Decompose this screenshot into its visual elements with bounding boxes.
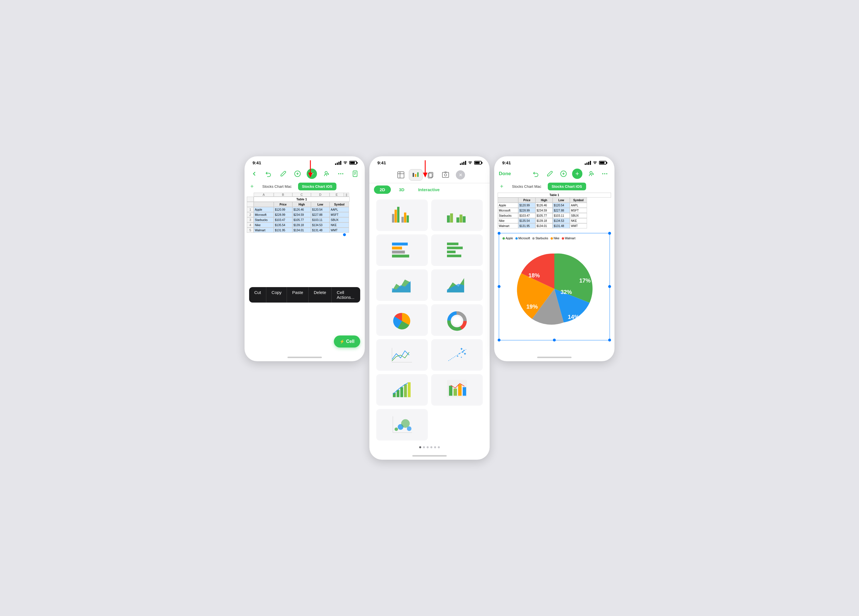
- doc-button-1[interactable]: [350, 168, 360, 179]
- paste-button[interactable]: Paste: [287, 287, 308, 303]
- cell-header-price[interactable]: Price: [274, 202, 292, 207]
- cell-5-4[interactable]: WMT: [330, 228, 349, 233]
- cell-fab-button[interactable]: ⚡ Cell: [334, 335, 360, 348]
- cell-3-2[interactable]: $105.77: [292, 217, 311, 222]
- brush-button-3[interactable]: [545, 168, 555, 179]
- brush-button-1[interactable]: [278, 168, 288, 179]
- chart-bar-line[interactable]: [431, 374, 483, 405]
- add-button-1[interactable]: +: [307, 168, 317, 179]
- cell-3-1[interactable]: $103.47: [274, 217, 292, 222]
- cell-1-3[interactable]: $120.54: [311, 207, 330, 212]
- cell-1-2[interactable]: $126.46: [292, 207, 311, 212]
- phones-container: 9:41: [245, 156, 614, 460]
- cell-1-4[interactable]: AAPL: [330, 207, 349, 212]
- cell-header-symbol[interactable]: Symbol: [330, 202, 349, 207]
- handle-br[interactable]: [608, 338, 611, 342]
- cell-3-0[interactable]: Starbucks: [254, 217, 274, 222]
- chart-bar-progress[interactable]: [376, 374, 428, 405]
- cell-actions-button[interactable]: Cell Actions...: [331, 287, 360, 303]
- cell-header-low[interactable]: Low: [311, 202, 330, 207]
- cell-4-0[interactable]: Nike: [254, 222, 274, 228]
- chart-bar-horizontal-alt[interactable]: [431, 234, 483, 266]
- copy-button[interactable]: Copy: [266, 287, 287, 303]
- handle-tr[interactable]: [608, 232, 611, 235]
- chart-bar-horizontal[interactable]: [376, 234, 428, 266]
- cut-button[interactable]: Cut: [249, 287, 266, 303]
- battery-icon-2: [474, 161, 482, 165]
- cell-2-4[interactable]: MSFT: [330, 212, 349, 217]
- legend-label-microsoft: Microsoft: [519, 237, 530, 240]
- cell-4-1[interactable]: $135.54: [274, 222, 292, 228]
- cell-2-2[interactable]: $234.59: [292, 212, 311, 217]
- chart-line[interactable]: [376, 339, 428, 371]
- handle-tl[interactable]: [498, 232, 500, 235]
- chart-pie[interactable]: [376, 304, 428, 336]
- cell-4-2[interactable]: $139.18: [292, 222, 311, 228]
- add-contact-button-3[interactable]: [586, 168, 596, 179]
- chart-area[interactable]: [376, 269, 428, 301]
- svg-rect-25: [442, 172, 449, 178]
- svg-rect-76: [463, 387, 466, 396]
- row-2: 2 Microsoft $228.99 $234.59 $227.88 MSFT: [247, 212, 362, 217]
- cell-5-3[interactable]: $131.48: [311, 228, 330, 233]
- done-button[interactable]: Done: [499, 171, 511, 176]
- svg-rect-29: [395, 209, 397, 222]
- undo-button-3[interactable]: [531, 168, 541, 179]
- cell-4-3[interactable]: $134.53: [311, 222, 330, 228]
- tab-ios-3[interactable]: Stocks Chart iOS: [548, 182, 586, 190]
- cell-5-0[interactable]: Walmart: [254, 228, 274, 233]
- handle-ml[interactable]: [498, 285, 500, 288]
- cell-3-4[interactable]: SBUX: [330, 217, 349, 222]
- tab-mac-1[interactable]: Stocks Chart Mac: [258, 182, 296, 190]
- legend-label-apple: Apple: [506, 237, 513, 240]
- undo-button-1[interactable]: [264, 168, 274, 179]
- more-button-1[interactable]: [336, 168, 346, 179]
- chart-bar-grouped-alt[interactable]: [431, 200, 483, 231]
- back-button-1[interactable]: [249, 168, 259, 179]
- tab-3d[interactable]: 3D: [393, 186, 410, 194]
- cell-1-1[interactable]: $120.99: [274, 207, 292, 212]
- tab-add-button-1[interactable]: +: [248, 182, 256, 190]
- tab-2d[interactable]: 2D: [374, 186, 391, 194]
- cell-header-high[interactable]: High: [292, 202, 311, 207]
- tab-interactive[interactable]: Interactive: [412, 186, 445, 194]
- more-button-3[interactable]: [600, 168, 610, 179]
- add-button-3[interactable]: +: [572, 168, 583, 179]
- tab-mac-3[interactable]: Stocks Chart Mac: [508, 182, 545, 190]
- chart-bar-grouped[interactable]: [376, 200, 428, 231]
- chart-tool-screenshot[interactable]: [439, 169, 452, 181]
- handle-bl[interactable]: [498, 338, 500, 342]
- chart-tool-copy[interactable]: [424, 169, 437, 181]
- cell-2-3[interactable]: $227.88: [311, 212, 330, 217]
- handle-bm[interactable]: [553, 338, 556, 342]
- phone-2: 9:41: [369, 156, 490, 460]
- cell-3-3[interactable]: $103.11: [311, 217, 330, 222]
- row-num-5: 5: [247, 228, 254, 233]
- chart-close-button[interactable]: ✕: [456, 170, 465, 179]
- cell-2-0[interactable]: Microsoft: [254, 212, 274, 217]
- legend-microsoft: Microsoft: [515, 237, 530, 240]
- cell-1-0[interactable]: Apple: [254, 207, 274, 212]
- pie-chart-container: Apple Microsoft Starbucks Nike: [494, 231, 614, 345]
- chart-donut[interactable]: [431, 304, 483, 336]
- cell-4-4[interactable]: NKE: [330, 222, 349, 228]
- chart-area-alt[interactable]: [431, 269, 483, 301]
- tab-add-button-3[interactable]: +: [498, 182, 506, 190]
- chart-tool-table[interactable]: [394, 169, 408, 181]
- chart-scatter[interactable]: ✦ ✦ ✦ ✦ ✦ ✦ ✦: [431, 339, 483, 371]
- handle-mr[interactable]: [608, 285, 611, 288]
- format-button-3[interactable]: [558, 168, 569, 179]
- svg-text:✦: ✦: [461, 356, 462, 359]
- cell-header-name[interactable]: [254, 202, 274, 207]
- cell-2-1[interactable]: $228.99: [274, 212, 292, 217]
- add-contact-button-1[interactable]: [321, 168, 331, 179]
- svg-rect-38: [463, 216, 465, 222]
- delete-button[interactable]: Delete: [309, 287, 331, 303]
- format-button-1[interactable]: [292, 168, 303, 179]
- cell-5-2[interactable]: $134.01: [292, 228, 311, 233]
- legend-dot-apple: [503, 237, 505, 240]
- chart-tool-history[interactable]: [409, 169, 423, 181]
- tab-ios-1[interactable]: Stocks Chart iOS: [298, 182, 336, 190]
- chart-bubble[interactable]: [376, 409, 428, 441]
- cell-5-1[interactable]: $131.95: [274, 228, 292, 233]
